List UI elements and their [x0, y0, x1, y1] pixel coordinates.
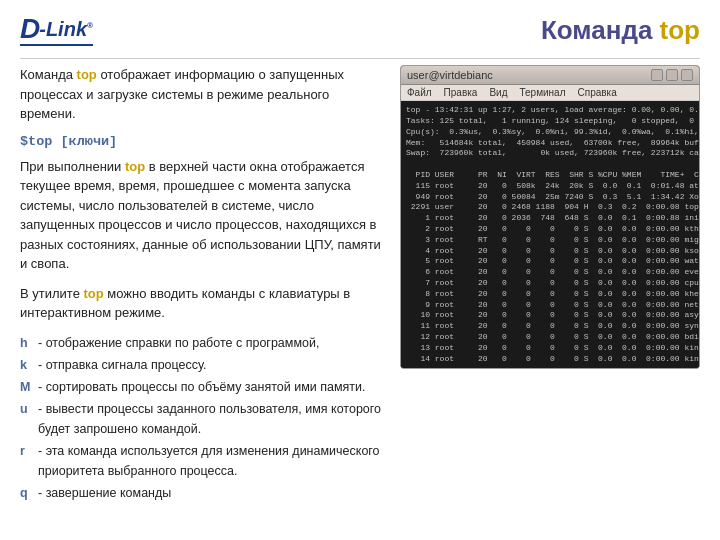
menu-help[interactable]: Справка: [578, 87, 617, 98]
page-title: Команда top: [541, 15, 700, 46]
key-list: h - отображение справки по работе с прог…: [20, 333, 384, 503]
terminal-window: user@virtdebianc Файл Правка Вид Термина…: [400, 65, 700, 369]
main-content: Команда top отображает информацию о запу…: [20, 65, 700, 505]
logo: D -Link®: [20, 15, 93, 46]
terminal-titlebar: user@virtdebianc: [401, 66, 699, 85]
key-q-desc: - завершение команды: [38, 483, 171, 503]
key-h-letter: h: [20, 333, 34, 353]
left-column: Команда top отображает информацию о запу…: [20, 65, 384, 505]
key-h: h - отображение справки по работе с прог…: [20, 333, 384, 353]
menu-file[interactable]: Файл: [407, 87, 432, 98]
header: D -Link® Команда top: [20, 15, 700, 46]
page: D -Link® Команда top Команда top отображ…: [0, 0, 720, 540]
terminal-controls: [651, 69, 693, 81]
menu-edit[interactable]: Правка: [444, 87, 478, 98]
key-r: r - эта команда используется для изменен…: [20, 441, 384, 481]
terminal-title: user@virtdebianc: [407, 69, 493, 81]
key-q-letter: q: [20, 483, 34, 503]
terminal-body: top - 13:42:31 up 1:27, 2 users, load av…: [401, 101, 699, 368]
desc-top-highlight: top: [125, 159, 145, 174]
description-paragraph: При выполнении top в верхней части окна …: [20, 157, 384, 274]
right-column: user@virtdebianc Файл Правка Вид Термина…: [400, 65, 700, 505]
terminal-btn-close[interactable]: [681, 69, 693, 81]
logo-d: D: [20, 15, 39, 43]
intro-paragraph: Команда top отображает информацию о запу…: [20, 65, 384, 124]
key-r-letter: r: [20, 441, 34, 481]
logo-underline: [20, 44, 93, 46]
terminal-menubar: Файл Правка Вид Терминал Справка: [401, 85, 699, 101]
key-u-desc: - вывести процессы заданного пользовател…: [38, 399, 384, 439]
key-k-letter: k: [20, 355, 34, 375]
key-m: M - сортировать процессы по объёму занят…: [20, 377, 384, 397]
key-m-letter: M: [20, 377, 34, 397]
terminal-btn-min[interactable]: [651, 69, 663, 81]
key-k: k - отправка сигнала процессу.: [20, 355, 384, 375]
menu-view[interactable]: Вид: [489, 87, 507, 98]
header-separator: [20, 58, 700, 59]
interactive-top-highlight: top: [84, 286, 104, 301]
logo-link: -Link®: [39, 19, 93, 39]
terminal-btn-max[interactable]: [666, 69, 678, 81]
terminal-output: top - 13:42:31 up 1:27, 2 users, load av…: [406, 105, 694, 364]
key-u-letter: u: [20, 399, 34, 439]
key-m-desc: - сортировать процессы по объёму занятой…: [38, 377, 366, 397]
key-r-desc: - эта команда используется для изменения…: [38, 441, 384, 481]
key-h-desc: - отображение справки по работе с програ…: [38, 333, 319, 353]
interactive-paragraph: В утилите top можно вводить команды с кл…: [20, 284, 384, 323]
menu-terminal[interactable]: Терминал: [519, 87, 565, 98]
intro-top-highlight: top: [77, 67, 97, 82]
command-syntax: $top [ключи]: [20, 134, 384, 149]
title-highlight: top: [660, 15, 700, 45]
key-u: u - вывести процессы заданного пользоват…: [20, 399, 384, 439]
key-k-desc: - отправка сигнала процессу.: [38, 355, 207, 375]
key-q: q - завершение команды: [20, 483, 384, 503]
